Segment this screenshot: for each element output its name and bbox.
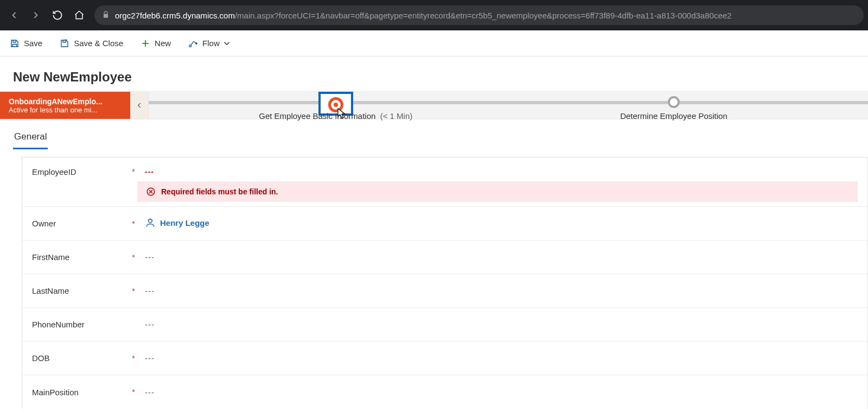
bpf-process-status: Active for less than one mi... [9, 106, 125, 114]
field-value[interactable]: --- [145, 286, 155, 295]
command-bar: Save Save & Close New Flow [0, 30, 868, 56]
field-owner[interactable]: Owner * Henry Legge [22, 207, 867, 241]
field-value[interactable]: --- [145, 320, 155, 329]
browser-chrome: orgc27fdeb6.crm5.dynamics.com/main.aspx?… [0, 0, 868, 30]
field-last-name[interactable]: LastName * --- [22, 274, 867, 308]
required-marker: * [130, 287, 137, 295]
flow-icon [188, 39, 198, 48]
person-icon [145, 217, 156, 228]
tab-general[interactable]: General [13, 128, 48, 149]
bpf-bar: OnboardingANewEmplo... Active for less t… [0, 91, 868, 119]
plus-icon [141, 39, 150, 48]
new-button[interactable]: New [137, 36, 174, 50]
required-marker: * [130, 253, 137, 262]
bpf-process-name: OnboardingANewEmplo... [9, 97, 125, 106]
address-bar[interactable]: orgc27fdeb6.crm5.dynamics.com/main.aspx?… [94, 5, 864, 25]
error-icon [146, 187, 156, 197]
url-path: /main.aspx?forceUCI=1&navbar=off&pagetyp… [235, 11, 732, 20]
field-first-name[interactable]: FirstName * --- [22, 241, 867, 274]
field-label: PhoneNumber [32, 320, 130, 329]
flow-button[interactable]: Flow [185, 36, 235, 50]
field-phone-number[interactable]: PhoneNumber --- [22, 308, 867, 342]
field-label: FirstName [32, 252, 130, 262]
save-icon [10, 39, 20, 48]
svg-point-0 [189, 45, 192, 47]
validation-error: Required fields must be filled in. [137, 181, 858, 202]
chevron-down-icon [222, 39, 232, 48]
owner-lookup[interactable]: Henry Legge [145, 217, 209, 228]
svg-point-3 [149, 219, 152, 223]
form-tabs: General [0, 119, 868, 149]
field-label: EmployeeID [32, 167, 130, 176]
nav-back-button[interactable] [4, 5, 24, 25]
required-marker: * [130, 219, 137, 228]
bpf-stage2-node[interactable] [668, 96, 680, 108]
url-host: orgc27fdeb6.crm5.dynamics.com [115, 11, 235, 20]
field-value[interactable]: --- [137, 167, 154, 176]
bpf-active-stage[interactable]: OnboardingANewEmplo... Active for less t… [0, 92, 130, 119]
field-main-position[interactable]: MainPosition * --- [22, 375, 867, 409]
form-section: EmployeeID * --- Required fields must be… [22, 157, 868, 409]
page-title: New NewEmployee [0, 56, 868, 91]
bpf-collapse-button[interactable] [130, 92, 149, 119]
nav-home-button[interactable] [69, 5, 89, 25]
field-label: DOB [32, 353, 130, 363]
nav-reload-button[interactable] [48, 5, 67, 25]
svg-point-1 [196, 42, 197, 43]
required-marker: * [130, 388, 137, 396]
field-value[interactable]: --- [145, 252, 155, 262]
field-employee-id[interactable]: EmployeeID * --- Required fields must be… [22, 157, 867, 207]
lock-icon [102, 11, 110, 20]
field-value[interactable]: --- [145, 388, 155, 397]
target-icon [328, 97, 343, 112]
required-marker: * [130, 167, 137, 176]
field-label: Owner [32, 219, 130, 228]
save-close-button[interactable]: Save & Close [56, 36, 126, 50]
save-close-icon [60, 39, 69, 48]
nav-forward-button[interactable] [26, 5, 46, 25]
bpf-stage1-label: Get Employee Basic Information (< 1 Min) [259, 111, 412, 121]
field-dob[interactable]: DOB * --- [22, 342, 867, 375]
field-label: LastName [32, 286, 130, 295]
field-label: MainPosition [32, 388, 130, 397]
field-value[interactable]: --- [145, 353, 155, 363]
save-button[interactable]: Save [7, 36, 46, 50]
bpf-track [149, 101, 868, 104]
bpf-stage2-label: Determine Employee Position [620, 111, 727, 121]
required-marker: * [130, 354, 137, 363]
